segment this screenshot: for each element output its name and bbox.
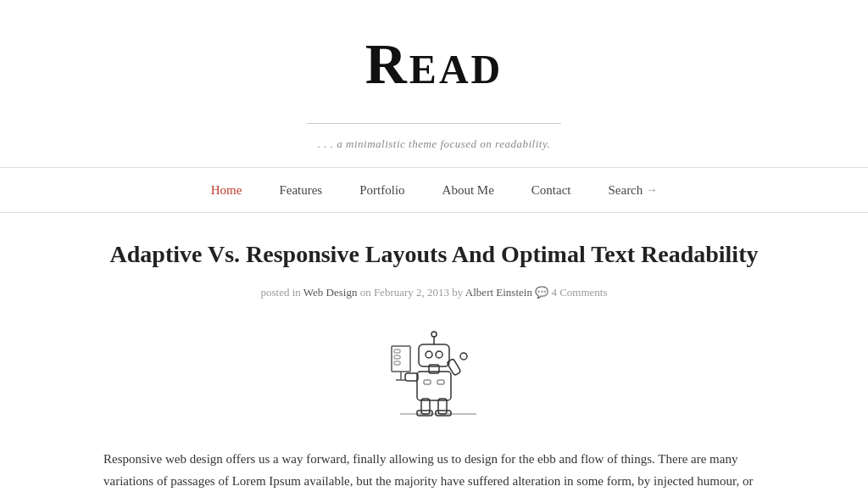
nav-item-about-me[interactable]: About Me [424, 168, 513, 212]
svg-rect-8 [437, 380, 444, 384]
meta-prefix: posted in [260, 286, 300, 299]
post-content: Responsive web design offers us a way fo… [103, 448, 765, 492]
svg-rect-19 [394, 349, 400, 353]
post-image [103, 322, 765, 424]
meta-on: on [360, 286, 371, 299]
site-nav: Home Features Portfolio About Me Contact… [0, 167, 868, 213]
post-category[interactable]: Web Design [303, 286, 358, 299]
meta-by: by [452, 286, 463, 299]
svg-rect-10 [419, 344, 449, 366]
post-title: Adaptive Vs. Responsive Layouts And Opti… [103, 238, 765, 271]
comments-icon: 💬 [535, 286, 548, 299]
nav-items-container: Home Features Portfolio About Me Contact… [0, 168, 868, 212]
svg-rect-15 [405, 373, 418, 381]
nav-item-features[interactable]: Features [260, 168, 341, 212]
site-header: Read . . . a minimalistic theme focused … [0, 0, 868, 167]
nav-item-home[interactable]: Home [192, 168, 261, 212]
post-meta: posted in Web Design on February 2, 2013… [103, 284, 765, 302]
svg-point-17 [460, 353, 467, 360]
search-label: Search [608, 180, 643, 200]
nav-item-contact[interactable]: Contact [513, 168, 590, 212]
svg-rect-20 [394, 355, 400, 359]
post-comments[interactable]: 4 Comments [551, 286, 607, 299]
svg-rect-6 [417, 372, 451, 400]
svg-rect-16 [447, 358, 461, 375]
svg-rect-7 [424, 380, 431, 384]
svg-rect-21 [394, 361, 400, 365]
site-tagline: . . . a minimalistic theme focused on re… [17, 136, 851, 154]
site-title: Read [17, 25, 851, 118]
svg-point-11 [426, 351, 432, 358]
search-arrow-icon: → [646, 182, 657, 199]
site-title-svg: Read [341, 25, 527, 93]
main-content: Adaptive Vs. Responsive Layouts And Opti… [86, 213, 782, 492]
svg-text:Read: Read [365, 31, 503, 93]
blog-post: Adaptive Vs. Responsive Layouts And Opti… [103, 238, 765, 492]
title-underline [307, 123, 561, 124]
page-wrapper: Read . . . a minimalistic theme focused … [0, 0, 868, 492]
post-date: February 2, 2013 [374, 286, 449, 299]
nav-item-search[interactable]: Search → [589, 168, 676, 212]
svg-point-12 [436, 351, 442, 358]
robot-illustration [375, 322, 493, 424]
post-author[interactable]: Albert Einstein [465, 286, 532, 299]
nav-item-portfolio[interactable]: Portfolio [341, 168, 423, 212]
